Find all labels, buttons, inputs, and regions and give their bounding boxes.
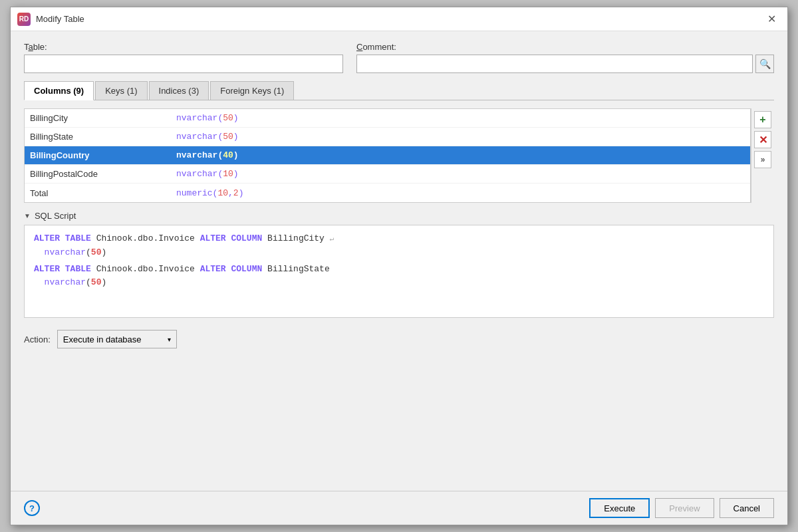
title-bar: RD Modify Table ✕	[11, 7, 787, 31]
table-input[interactable]: Invoice	[24, 55, 343, 73]
more-options-button[interactable]: »	[754, 151, 771, 168]
help-button[interactable]: ?	[24, 500, 40, 516]
table-row[interactable]: BillingState nvarchar(50)	[25, 128, 750, 146]
sql-line-3: ALTER TABLE Chinook.dbo.Invoice ALTER CO…	[34, 263, 764, 277]
action-row: Action: Execute in database ▾	[24, 326, 774, 352]
dialog-body: Table: Invoice Comment: 🔍 Columns (9)	[11, 31, 787, 491]
action-label: Action:	[24, 334, 51, 344]
table-label: Table:	[24, 42, 343, 52]
comment-search-button[interactable]: 🔍	[755, 55, 774, 73]
comment-label: Comment:	[356, 42, 774, 52]
col-type-total: numeric(10,2)	[176, 188, 243, 198]
footer-buttons: Execute Preview Cancel	[589, 498, 774, 518]
table-comment-row: Table: Invoice Comment: 🔍	[24, 42, 774, 73]
action-dropdown[interactable]: Execute in database ▾	[57, 330, 177, 348]
action-selected-value: Execute in database	[63, 334, 142, 344]
sql-section: ▼ SQL Script ALTER TABLE Chinook.dbo.Inv…	[24, 211, 774, 318]
col-type-billing-city: nvarchar(50)	[176, 113, 239, 123]
dropdown-arrow-icon: ▾	[168, 336, 171, 343]
col-name-billing-country: BillingCountry	[30, 150, 176, 160]
footer-left: ?	[24, 500, 40, 516]
table-group: Table: Invoice	[24, 42, 343, 73]
app-icon: RD	[17, 13, 31, 26]
tab-keys[interactable]: Keys (1)	[95, 81, 147, 100]
preview-button[interactable]: Preview	[655, 498, 714, 518]
tab-bar: Columns (9) Keys (1) Indices (3) Foreign…	[24, 81, 774, 100]
sql-line-1: ALTER TABLE Chinook.dbo.Invoice ALTER CO…	[34, 232, 764, 246]
comment-input[interactable]	[356, 55, 753, 73]
col-type-billing-postal: nvarchar(10)	[176, 169, 239, 179]
table-row[interactable]: Total numeric(10,2)	[25, 184, 750, 202]
columns-area: BillingCity nvarchar(50) BillingState nv…	[24, 108, 774, 203]
col-name-billing-city: BillingCity	[30, 113, 176, 123]
comment-group: Comment: 🔍	[356, 42, 774, 73]
col-type-billing-country: nvarchar(40)	[176, 150, 239, 160]
sql-section-label: SQL Script	[35, 211, 76, 221]
cancel-button[interactable]: Cancel	[720, 498, 774, 518]
grid-buttons: + ✕ »	[751, 108, 774, 203]
add-column-button[interactable]: +	[754, 111, 771, 128]
tab-foreign-keys[interactable]: Foreign Keys (1)	[210, 81, 294, 100]
close-button[interactable]: ✕	[762, 10, 781, 29]
title-bar-left: RD Modify Table	[17, 13, 84, 26]
sql-collapse-arrow: ▼	[24, 212, 31, 219]
modify-table-dialog: RD Modify Table ✕ Table: Invoice Comment…	[10, 7, 788, 525]
table-row[interactable]: BillingCity nvarchar(50)	[25, 109, 750, 128]
tab-columns[interactable]: Columns (9)	[24, 81, 94, 100]
dialog-footer: ? Execute Preview Cancel	[11, 491, 787, 525]
tab-indices[interactable]: Indices (3)	[149, 81, 209, 100]
table-row-selected[interactable]: BillingCountry nvarchar(40)	[25, 146, 750, 165]
sql-section-header[interactable]: ▼ SQL Script	[24, 211, 774, 221]
sql-line-4: nvarchar(50)	[34, 276, 764, 290]
col-type-billing-state: nvarchar(50)	[176, 132, 239, 142]
col-name-billing-postal: BillingPostalCode	[30, 169, 176, 179]
delete-column-button[interactable]: ✕	[754, 131, 771, 148]
dialog-title: Modify Table	[36, 14, 84, 24]
sql-editor[interactable]: ALTER TABLE Chinook.dbo.Invoice ALTER CO…	[24, 225, 774, 318]
execute-button[interactable]: Execute	[589, 498, 650, 518]
sql-line-2: nvarchar(50)	[34, 246, 764, 260]
col-name-billing-state: BillingState	[30, 132, 176, 142]
table-row[interactable]: BillingPostalCode nvarchar(10)	[25, 165, 750, 184]
columns-grid: BillingCity nvarchar(50) BillingState nv…	[24, 108, 751, 203]
comment-row: 🔍	[356, 55, 774, 73]
col-name-total: Total	[30, 188, 176, 198]
search-icon: 🔍	[759, 59, 771, 69]
tabs-container: Columns (9) Keys (1) Indices (3) Foreign…	[24, 81, 774, 100]
